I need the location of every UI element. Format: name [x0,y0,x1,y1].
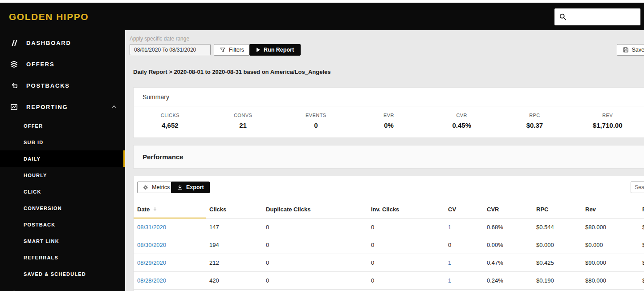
column-header-inv-clicks[interactable]: Inv. Clicks [367,201,444,218]
cell-clicks: 194 [206,236,262,254]
search-icon [559,13,567,21]
sidebar-subitem-postback[interactable]: POSTBACK [0,216,125,233]
subitem-label: OFFER [24,123,43,129]
cell-duplicate-clicks: 0 [262,272,367,290]
metric-value: 21 [207,121,280,129]
cell-truncated: $ [639,254,644,272]
performance-panel: Metrics Export Date [133,176,644,291]
cell-rev: $80.000 [582,272,639,290]
metric-label: REV [571,113,644,118]
cv-link[interactable]: 1 [448,277,451,284]
filter-funnel-icon [220,47,226,53]
export-button[interactable]: Export [171,182,210,193]
sidebar-subitem-saved-scheduled[interactable]: SAVED & SCHEDULED [0,266,125,282]
column-label: Clicks [209,206,226,213]
cell-duplicate-clicks: 0 [262,236,367,254]
metrics-button-label: Metrics [152,184,170,190]
metric-label: CLICKS [134,113,207,118]
global-search [554,8,640,25]
date-link[interactable]: 08/31/2020 [137,224,166,230]
column-header-rpc[interactable]: RPC [533,201,582,218]
sidebar-item-label: POSTBACKS [26,82,70,89]
metric-rpc: RPC $0.37 [498,113,571,129]
sidebar-item-label: REPORTING [26,104,68,110]
column-label: Date [137,206,150,213]
date-range-input[interactable] [130,44,211,55]
cell-rpc: $0.425 [533,254,582,272]
reporting-icon [10,103,18,111]
sidebar-subitem-hourly[interactable]: HOURLY [0,167,125,183]
column-header-cv[interactable]: CV [444,201,483,218]
subitem-label: SUB ID [24,140,43,145]
reporting-submenu: OFFER SUB ID DAILY HOURLY CLICK CONVERSI… [0,117,125,282]
date-link[interactable]: 08/29/2020 [137,259,166,266]
metric-label: EVR [352,113,425,118]
column-header-clicks[interactable]: Clicks [206,201,262,218]
subitem-label: REFERRALS [24,255,58,260]
cell-cvr: 0.00% [483,236,533,254]
cell-rpc: $0.000 [533,236,582,254]
metric-value: 0 [279,121,352,129]
save-report-button[interactable]: Save [617,44,644,56]
cell-truncated: $ [639,272,644,290]
cell-rev: $0.000 [582,236,639,254]
metric-value: 0.45% [425,121,498,129]
cell-rpc: $0.544 [533,218,582,236]
column-label: Rev [585,206,596,213]
sidebar-item-offers[interactable]: OFFERS [0,53,125,75]
sidebar-subitem-offer[interactable]: OFFER [0,117,125,134]
topbar [125,3,644,30]
app-window: GOLDEN HIPPO DASHBOARD OFFERS POSTBACKS … [0,0,644,291]
metric-value: 0% [352,121,425,129]
cv-link[interactable]: 1 [448,259,451,266]
date-link[interactable]: 08/28/2020 [137,277,166,284]
cell-clicks: 212 [206,254,262,272]
date-link[interactable]: 08/30/2020 [137,242,166,248]
breadcrumb: Daily Report > 2020-08-01 to 2020-08-31 … [133,69,331,75]
summary-metrics: CLICKS 4,652 CONVS 21 EVENTS 0 EVR 0% CV… [134,106,644,133]
column-label: CV [448,206,456,213]
column-header-truncated[interactable]: P [639,201,644,218]
metrics-button[interactable]: Metrics [137,182,175,193]
performance-toolbar: Metrics Export [134,176,644,201]
sidebar-subitem-referrals[interactable]: REFERRALS [0,249,125,266]
sidebar-item-label: OFFERS [26,61,55,68]
subitem-label: SMART LINK [24,238,59,244]
cell-clicks: 147 [206,218,262,236]
table-row: 08/30/2020 194 0 0 0 0.00% $0.000 $0.000… [134,236,644,254]
column-header-duplicate-clicks[interactable]: Duplicate Clicks [262,201,367,218]
run-report-button[interactable]: Run Report [249,44,301,56]
table-header-row: Date Clicks Duplicate Clicks Inv. Clicks… [134,201,644,218]
gear-icon [143,184,149,190]
cell-truncated: $ [639,218,644,236]
sidebar-item-analytics[interactable]: ANALYTICS [0,282,125,291]
sidebar-subitem-conversion[interactable]: CONVERSION [0,200,125,216]
column-header-rev[interactable]: Rev [582,201,639,218]
global-search-input[interactable] [567,8,640,25]
metric-cvr: CVR 0.45% [425,113,498,129]
cell-cvr: 0.47% [483,254,533,272]
cv-link[interactable]: 1 [448,224,451,230]
sidebar-subitem-sub-id[interactable]: SUB ID [0,134,125,150]
subitem-label: HOURLY [24,173,47,178]
sidebar-subitem-smart-link[interactable]: SMART LINK [0,233,125,249]
dashboard-icon [10,39,18,47]
column-header-cvr[interactable]: CVR [483,201,533,218]
table-search-input[interactable] [631,182,644,193]
subitem-label: CLICK [24,189,41,194]
subitem-label: SAVED & SCHEDULED [24,271,86,277]
sidebar: GOLDEN HIPPO DASHBOARD OFFERS POSTBACKS … [0,3,125,291]
metric-evr: EVR 0% [352,113,425,129]
filters-button[interactable]: Filters [214,44,250,56]
column-label: Duplicate Clicks [266,206,310,213]
cell-inv-clicks: 0 [367,272,444,290]
column-header-date[interactable]: Date [134,201,206,218]
sidebar-subitem-daily[interactable]: DAILY [0,150,125,167]
sidebar-item-postbacks[interactable]: POSTBACKS [0,75,125,96]
sidebar-item-reporting[interactable]: REPORTING [0,96,125,117]
sidebar-subitem-click[interactable]: CLICK [0,183,125,200]
sidebar-item-dashboard[interactable]: DASHBOARD [0,32,125,53]
table-row: 08/29/2020 212 0 0 1 0.47% $0.425 $90.00… [134,254,644,272]
brand-logo: GOLDEN HIPPO [0,3,125,32]
cell-rpc: $0.190 [533,272,582,290]
